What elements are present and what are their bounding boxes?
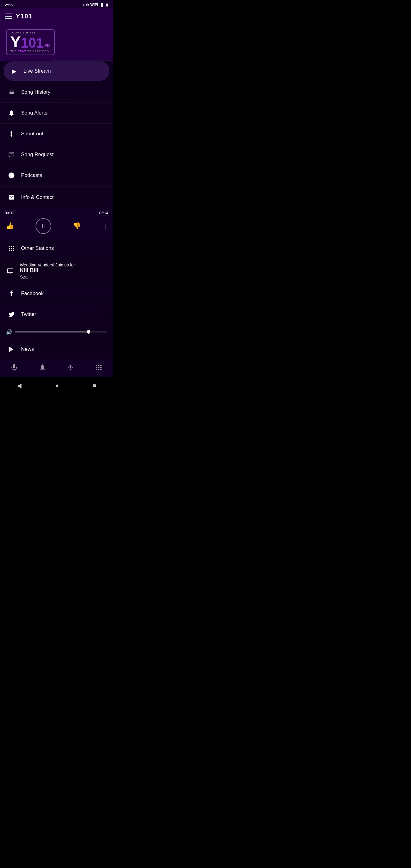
song-alerts-icon [6, 107, 17, 119]
current-time: 00:37 [5, 211, 14, 215]
menu-item-shout-out[interactable]: Shout-out [0, 124, 113, 144]
menu-label-song-history: Song History [21, 89, 50, 95]
menu-label-info-contact: Info & Contact [21, 194, 54, 200]
drawer-menu: ▶ Live Stream Song History Song Alerts [0, 61, 113, 360]
volume-row: 🔊 [6, 327, 107, 337]
location-icon: ⊙ [86, 3, 89, 7]
menu-item-song-history[interactable]: Song History [0, 82, 113, 103]
play-status-icon: ▷ [82, 3, 84, 7]
player-controls: 👍 ⏸ 👎 ⋮ [5, 217, 108, 235]
menu-item-news[interactable]: News [0, 339, 113, 360]
tab-alerts[interactable] [36, 363, 49, 375]
menu-item-song-alerts[interactable]: Song Alerts [0, 103, 113, 124]
menu-item-other-stations[interactable]: Other Stations [0, 238, 113, 259]
logo-wrapper: Today's Hits! Y 101 FM THE BEAT OF CAPE … [10, 32, 51, 53]
twitter-icon [6, 309, 17, 320]
wifi-icon: WiFi [90, 3, 98, 7]
volume-fill [15, 332, 90, 333]
menu-item-live-stream[interactable]: ▶ Live Stream [4, 61, 109, 81]
song-title: Kill Bill [20, 267, 75, 274]
logo-section: Today's Hits! Y 101 FM THE BEAT OF CAPE … [0, 24, 113, 60]
pause-button[interactable]: ⏸ [36, 218, 51, 234]
menu-label-twitter: Twitter [21, 311, 36, 317]
info-contact-icon [6, 192, 17, 203]
wedding-vendors-icon [5, 266, 16, 276]
recent-button[interactable]: ■ [87, 381, 102, 390]
volume-thumb [87, 330, 90, 334]
song-request-icon [6, 149, 17, 160]
menu-label-shout-out: Shout-out [21, 131, 43, 137]
back-button[interactable]: ◀ [11, 381, 27, 390]
news-icon [6, 344, 17, 355]
thumbs-down-button[interactable]: 👎 [71, 221, 82, 231]
facebook-icon: f [6, 288, 17, 299]
menu-label-other-stations: Other Stations [21, 245, 54, 251]
now-playing-info: Wedding Vendors! Join us for Kill Bill S… [20, 262, 75, 279]
menu-item-wedding-vendors[interactable]: Wedding Vendors! Join us for Kill Bill S… [0, 259, 113, 283]
status-bar: 2:55 ▷ ⊙ WiFi ▐▌ ▮ [0, 0, 113, 8]
app-header: Y101 [0, 8, 113, 24]
time-row: 00:37 02:14 [5, 211, 108, 215]
hamburger-menu[interactable] [5, 13, 12, 19]
svg-rect-1 [9, 347, 10, 352]
battery-icon: ▮ [106, 3, 108, 7]
logo-y: Y [10, 34, 21, 50]
system-nav: ◀ ● ■ [0, 377, 113, 393]
total-time: 02:14 [99, 211, 108, 215]
logo-101: 101 [21, 36, 44, 50]
logo-container: Today's Hits! Y 101 FM THE BEAT OF CAPE … [6, 29, 55, 55]
volume-icon: 🔊 [6, 329, 12, 335]
menu-label-news: News [21, 346, 34, 352]
other-stations-icon [6, 243, 17, 254]
podcasts-icon [6, 170, 17, 181]
bottom-tab-bar [0, 360, 113, 377]
tab-grid[interactable] [93, 363, 105, 375]
menu-item-twitter[interactable]: Twitter [0, 304, 113, 325]
now-playing-section: 00:37 02:14 👍 ⏸ 👎 ⋮ [0, 208, 113, 238]
tab-alerts-icon [39, 364, 46, 373]
volume-section: 🔊 [0, 325, 113, 339]
status-time: 2:55 [5, 3, 13, 7]
menu-label-song-alerts: Song Alerts [21, 110, 47, 116]
logo-tagline-bottom: THE BEAT OF CAPE COD [10, 50, 49, 53]
more-options-button[interactable]: ⋮ [102, 222, 108, 230]
song-history-icon [6, 87, 17, 98]
menu-item-song-request[interactable]: Song Request [0, 144, 113, 165]
tab-mic[interactable] [64, 363, 76, 375]
tab-grid-icon [95, 364, 102, 373]
tab-podcast-icon [10, 364, 18, 373]
live-stream-icon: ▶ [8, 66, 19, 76]
shout-out-icon [6, 128, 17, 139]
menu-label-podcasts: Podcasts [21, 173, 42, 179]
logo-fm: FM [44, 43, 50, 48]
header-title: Y101 [16, 12, 32, 20]
menu-label-live-stream: Live Stream [24, 68, 51, 74]
menu-item-facebook[interactable]: f Facebook [0, 283, 113, 304]
menu-label-facebook: Facebook [21, 290, 44, 297]
tab-podcast[interactable] [8, 363, 20, 375]
thumbs-up-button[interactable]: 👍 [5, 221, 15, 231]
volume-bar[interactable] [15, 332, 107, 333]
menu-label-song-request: Song Request [21, 152, 54, 158]
wedding-vendors-label: Wedding Vendors! Join us for [20, 262, 75, 267]
home-button[interactable]: ● [49, 381, 65, 390]
menu-item-info-contact[interactable]: Info & Contact [0, 187, 113, 208]
logo-main-row: Y 101 FM [10, 34, 51, 50]
status-icons: ▷ ⊙ WiFi ▐▌ ▮ [82, 3, 108, 7]
artist-name: Sza [20, 274, 75, 279]
tab-mic-icon [67, 364, 74, 373]
signal-icon: ▐▌ [99, 3, 104, 7]
menu-item-podcasts[interactable]: Podcasts [0, 165, 113, 186]
